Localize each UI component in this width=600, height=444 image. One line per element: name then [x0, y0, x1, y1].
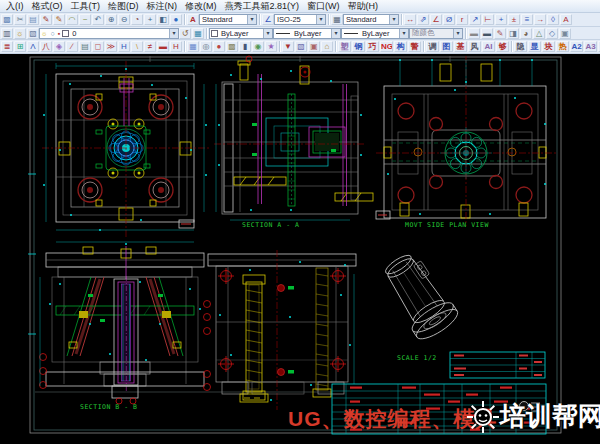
tolerance-icon[interactable]: ±	[508, 14, 520, 25]
make-layer-current-icon[interactable]: ▧	[27, 28, 39, 39]
yx-plastic-button[interactable]: 塑	[338, 41, 351, 52]
dropdown-arrow-icon[interactable]: ▾	[389, 15, 398, 24]
unequal-icon[interactable]: ≠	[144, 41, 156, 52]
properties-icon[interactable]: ◧	[157, 14, 169, 25]
dropdown-arrow-icon[interactable]: ▾	[247, 15, 256, 24]
menu-help[interactable]: 帮助(H)	[344, 0, 383, 12]
spline-icon[interactable]: ~	[79, 14, 91, 25]
menu-dimension[interactable]: 标注(N)	[143, 0, 182, 12]
lineweight-dropdown[interactable]: ByLayer ▾	[341, 28, 409, 39]
yx-a3-button[interactable]: A3	[584, 41, 597, 52]
dropdown-arrow-icon[interactable]: ▾	[169, 29, 178, 38]
shade-icon[interactable]: ◕	[520, 28, 532, 39]
yx-adjust-button[interactable]: 调	[426, 41, 439, 52]
bar-view-icon[interactable]: ▮	[239, 41, 251, 52]
mold-base-icon[interactable]: ◈	[53, 41, 65, 52]
arrows-icon[interactable]: ≫	[105, 41, 117, 52]
zoom-in-icon[interactable]: ⊕	[105, 14, 117, 25]
list-icon[interactable]: ▣	[559, 28, 571, 39]
angular-dim-icon[interactable]: ∠	[430, 14, 442, 25]
backslash-icon[interactable]: \	[131, 41, 143, 52]
baseline-dim-icon[interactable]: ≡	[521, 14, 533, 25]
sketch-icon[interactable]: ✎	[494, 28, 506, 39]
circle-view-icon[interactable]: ◎	[200, 41, 212, 52]
draworder-back-icon[interactable]: ▬	[481, 28, 493, 39]
brush-icon[interactable]: ✎	[53, 14, 65, 25]
layer-on-icon[interactable]: ☼	[40, 30, 48, 37]
menu-draw[interactable]: 绘图(D)	[104, 0, 143, 12]
hatch-plate-icon[interactable]: ▤	[79, 41, 91, 52]
dropdown-arrow-icon[interactable]: ▾	[263, 29, 272, 38]
text-style-dropdown[interactable]: Standard ▾	[199, 14, 257, 25]
color-dropdown[interactable]: ByLayer ▾	[209, 28, 273, 39]
menu-window[interactable]: 窗口(W)	[303, 0, 344, 12]
ejector-icon[interactable]: Η	[170, 41, 182, 52]
dim-edit-icon[interactable]: A	[560, 14, 572, 25]
yx-base-button[interactable]: 基	[454, 41, 467, 52]
distance-icon[interactable]: ◇	[546, 28, 558, 39]
bar-icon[interactable]: ▬	[157, 41, 169, 52]
pan-icon[interactable]: +	[144, 14, 156, 25]
red-dot-icon[interactable]: ●	[213, 41, 225, 52]
continue-dim-icon[interactable]: →	[534, 14, 546, 25]
layer-previous-icon[interactable]: ↺	[179, 28, 191, 39]
layer-dropdown[interactable]: ☼○▪ 0 ▾	[39, 28, 179, 39]
rect-tool-icon[interactable]: ◻	[92, 41, 104, 52]
linetype-dropdown[interactable]: ByLayer ▾	[273, 28, 341, 39]
linear-dim-icon[interactable]: ↔	[404, 14, 416, 25]
insert-grid-icon[interactable]: ⊞	[14, 41, 26, 52]
center-mark-icon[interactable]: +	[495, 14, 507, 25]
home-icon[interactable]: ⌂	[321, 41, 333, 52]
yx-steel-button[interactable]: 钢	[352, 41, 365, 52]
menu-yanxiu-toolbox[interactable]: 燕秀工具箱2.81(Y)	[221, 0, 304, 12]
yx-wind-button[interactable]: 风	[468, 41, 481, 52]
zoom-out-icon[interactable]: ⊖	[118, 14, 130, 25]
aligned-dim-icon[interactable]: ⇗	[417, 14, 429, 25]
layer-lock-icon[interactable]: ▪	[57, 30, 61, 37]
slider-icon[interactable]: 八	[40, 41, 52, 52]
menu-modify[interactable]: 修改(M)	[181, 0, 221, 12]
layer-freeze-icon[interactable]: ○	[49, 30, 55, 37]
yx-warning-button[interactable]: 警	[408, 41, 421, 52]
yx-gou-button[interactable]: 够	[496, 41, 509, 52]
yx-hot-button[interactable]: 热	[556, 41, 569, 52]
paste-icon[interactable]: ▩	[1, 14, 13, 25]
yx-drawing-button[interactable]: 图	[440, 41, 453, 52]
slope-line-icon[interactable]: ∕	[66, 41, 78, 52]
region-icon[interactable]: ◨	[507, 28, 519, 39]
dropdown-arrow-icon[interactable]: ▾	[399, 29, 408, 38]
quick-dim-icon[interactable]: ◊	[547, 14, 559, 25]
layer-manager-icon[interactable]: ▦	[192, 28, 204, 39]
star-icon[interactable]: ★	[265, 41, 277, 52]
radius-dim-icon[interactable]: r	[456, 14, 468, 25]
yx-ai-button[interactable]: AI	[482, 41, 495, 52]
yx-tips-button[interactable]: 巧	[366, 41, 379, 52]
orbit-icon[interactable]: △	[533, 28, 545, 39]
dropdown-arrow-icon[interactable]: ▾	[331, 29, 340, 38]
layer-states-icon[interactable]: ☼	[14, 28, 26, 39]
cut-icon[interactable]: ✂	[14, 14, 26, 25]
grid-view-icon[interactable]: ▦	[187, 41, 199, 52]
ordinate-dim-icon[interactable]: ⊢	[482, 14, 494, 25]
diameter-dim-icon[interactable]: Ø	[443, 14, 455, 25]
yx-a2-button[interactable]: A2	[570, 41, 583, 52]
arc-icon[interactable]: ◠	[66, 14, 78, 25]
angle-lifter-icon[interactable]: Λ	[27, 41, 39, 52]
menu-format[interactable]: 格式(O)	[28, 0, 67, 12]
table-style-dropdown[interactable]: Standard ▾	[343, 14, 399, 25]
hatch-view-icon[interactable]: ▩	[226, 41, 238, 52]
target-icon[interactable]: ◉	[252, 41, 264, 52]
yx-show-button[interactable]: 显	[528, 41, 541, 52]
dropdown-tool-icon[interactable]: ▼	[282, 41, 294, 52]
block-icon[interactable]: ▣	[308, 41, 320, 52]
yx-structure-button[interactable]: 构	[394, 41, 407, 52]
yx-block-button[interactable]: 块	[542, 41, 555, 52]
help-icon[interactable]: ●	[170, 14, 182, 25]
dim-style-dropdown[interactable]: ISO-25 ▾	[274, 14, 326, 25]
pen-icon[interactable]: ✎	[40, 14, 52, 25]
menu-insert[interactable]: 入(I)	[2, 0, 28, 12]
leader-icon[interactable]: ↗	[469, 14, 481, 25]
menu-tools[interactable]: 工具(T)	[67, 0, 105, 12]
parting-line-icon[interactable]: ≣	[1, 41, 13, 52]
yx-ng-button[interactable]: NG	[380, 41, 393, 52]
